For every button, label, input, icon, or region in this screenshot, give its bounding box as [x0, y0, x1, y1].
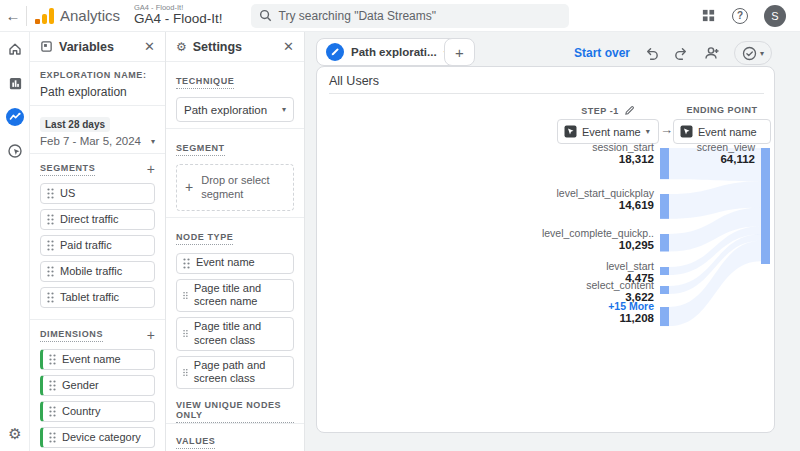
sankey-node-bar[interactable]: [660, 234, 669, 252]
drag-handle-icon[interactable]: [49, 380, 56, 391]
step-node-caret-icon: ▾: [646, 127, 650, 136]
step-column-header: STEP -1: [557, 105, 659, 116]
date-caret-icon[interactable]: ▾: [151, 137, 155, 146]
values-label: VALUES: [176, 436, 215, 449]
node-name[interactable]: +15 More: [494, 300, 654, 312]
segment-drop-zone[interactable]: + Drop or select segment: [176, 164, 294, 211]
sankey-node-bar-ending[interactable]: [761, 148, 770, 264]
settings-close-icon[interactable]: ✕: [283, 39, 294, 54]
avatar[interactable]: S: [764, 5, 786, 27]
search-input[interactable]: Try searching "Data Streams": [251, 4, 569, 28]
search-placeholder: Try searching "Data Streams": [279, 9, 436, 23]
drag-handle-icon[interactable]: [49, 432, 56, 443]
dimension-chip[interactable]: Event name: [40, 349, 155, 370]
add-dimension-icon[interactable]: +: [147, 328, 155, 342]
step-node-type-value: Event name: [582, 126, 641, 138]
chip-label: Gender: [62, 379, 99, 393]
node-type-section: NODE TYPE Event namePage title and scree…: [166, 218, 304, 450]
exploration-tab[interactable]: Path explorati... ▾: [316, 38, 458, 66]
card-divider: [329, 93, 764, 94]
step-label: STEP -1: [581, 106, 618, 116]
nav-rail: ⚙: [0, 32, 30, 451]
sankey-node-bar[interactable]: [660, 286, 669, 294]
drag-handle-icon[interactable]: [183, 328, 188, 339]
settings-title: Settings: [193, 40, 277, 54]
dimension-chip[interactable]: Country: [40, 401, 155, 422]
redo-icon[interactable]: [673, 45, 690, 62]
segment-chip[interactable]: Paid traffic: [40, 235, 155, 256]
ending-label: ENDING POINT: [686, 105, 757, 115]
sankey-node-label: level_complete_quickp..10,295: [494, 227, 654, 251]
undo-icon[interactable]: [643, 45, 660, 62]
app-name: Analytics: [60, 7, 120, 24]
drag-handle-icon[interactable]: [47, 240, 54, 251]
share-user-icon[interactable]: [703, 44, 721, 62]
edit-step-pencil-icon[interactable]: [624, 105, 635, 116]
drag-handle-icon[interactable]: [183, 258, 190, 269]
chip-label: Country: [62, 405, 101, 419]
drag-handle-icon[interactable]: [49, 406, 56, 417]
node-name: select_content: [494, 279, 654, 291]
back-arrow-icon[interactable]: ←: [0, 7, 26, 24]
nav-reports-icon[interactable]: [0, 66, 30, 100]
chip-label: Event name: [196, 256, 255, 270]
dimension-chip[interactable]: Gender: [40, 375, 155, 396]
sankey-more-label[interactable]: +15 More11,208: [494, 300, 654, 324]
start-over-button[interactable]: Start over: [574, 46, 630, 60]
settings-panel: ⚙ Settings ✕ TECHNIQUE Path exploration …: [166, 32, 305, 451]
sankey-node-bar[interactable]: [660, 267, 669, 275]
chip-label: Device category: [62, 431, 141, 445]
segments-label: SEGMENTS: [40, 163, 95, 176]
node-type-chip[interactable]: Page title and screen class: [176, 317, 294, 351]
drag-handle-icon[interactable]: [47, 188, 54, 199]
date-range-section[interactable]: Last 28 days Feb 7 - Mar 5, 2024 ▾: [30, 106, 165, 154]
segment-chip[interactable]: US: [40, 183, 155, 204]
sankey-node-bar[interactable]: [660, 194, 669, 219]
dimension-chip[interactable]: Device category: [40, 427, 155, 448]
canvas-card: All Users STEP -1 ENDING POINT Event nam…: [316, 66, 775, 433]
add-tab-button[interactable]: +: [444, 38, 475, 66]
export-button[interactable]: ▾: [734, 41, 772, 65]
chip-label: Tablet traffic: [60, 291, 119, 305]
drag-handle-icon[interactable]: [183, 290, 188, 301]
segment-chip[interactable]: Direct traffic: [40, 209, 155, 230]
admin-gear-icon[interactable]: ⚙: [0, 425, 30, 443]
technique-label: TECHNIQUE: [176, 76, 234, 89]
drag-handle-icon[interactable]: [47, 292, 54, 303]
drag-handle-icon[interactable]: [49, 354, 56, 365]
segment-chip[interactable]: Mobile traffic: [40, 261, 155, 282]
nav-explore-icon[interactable]: [0, 100, 30, 134]
add-segment-icon[interactable]: +: [147, 162, 155, 176]
sankey-node-bar[interactable]: [660, 307, 669, 326]
search-icon: [259, 9, 272, 22]
settings-gear-icon: ⚙: [176, 40, 187, 54]
node-type-chip[interactable]: Page title and screen name: [176, 279, 294, 313]
segment-chip[interactable]: Tablet traffic: [40, 287, 155, 308]
node-type-chip[interactable]: Event name: [176, 253, 294, 274]
nav-advertising-icon[interactable]: [0, 134, 30, 168]
tab-label: Path explorati...: [351, 46, 437, 58]
drag-handle-icon[interactable]: [47, 214, 54, 225]
variables-close-icon[interactable]: ✕: [144, 39, 155, 54]
chip-label: Page title and screen name: [194, 282, 287, 310]
chip-label: Event name: [62, 353, 121, 367]
node-type-chip[interactable]: Page path and screen class: [176, 356, 294, 390]
date-range-chip[interactable]: Last 28 days: [40, 117, 110, 132]
node-value: 10,295: [494, 239, 654, 251]
help-icon[interactable]: ?: [732, 8, 748, 24]
drag-handle-icon[interactable]: [47, 266, 54, 277]
exploration-name-section: EXPLORATION NAME: Path exploration: [30, 62, 165, 106]
segment-section: SEGMENT + Drop or select segment: [166, 129, 304, 218]
apps-grid-icon[interactable]: [701, 8, 716, 23]
sankey-flow: [669, 226, 761, 275]
technique-dropdown[interactable]: Path exploration ▾: [176, 97, 294, 122]
arrow-right-icon: →: [660, 122, 673, 137]
ending-column-header: ENDING POINT: [673, 105, 771, 115]
property-selector[interactable]: GA4 - Flood-It! GA4 - Flood-It!: [134, 4, 223, 26]
exploration-name-value[interactable]: Path exploration: [40, 85, 155, 99]
drag-handle-icon[interactable]: [183, 367, 188, 378]
sankey-node-label: screen_view64,112: [595, 141, 755, 165]
nav-home-icon[interactable]: [0, 32, 30, 66]
chip-label: US: [60, 187, 75, 201]
export-caret-icon: ▾: [760, 49, 764, 58]
